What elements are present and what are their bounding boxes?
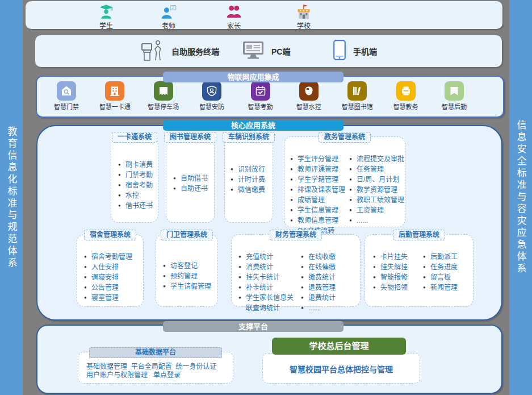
iot-banner: 物联网应用集成 <box>163 72 344 82</box>
system-finance: 财务管理系统 充值统计消费统计挂失卡统计补卡统计学生家长信息关联查询统计 在线收… <box>231 234 361 307</box>
list-item: 识别放行 <box>231 164 273 174</box>
pc-icon <box>242 40 265 62</box>
system-dormitory-title: 宿舍管理系统 <box>84 230 136 240</box>
iot-water: 智慧水控 <box>288 81 329 111</box>
terminal-kiosk: 自助服务终端 <box>141 40 219 63</box>
system-dormitory-list: 宿舍考勤管理入住安排调寝安排公告管理寝室管理 <box>84 252 143 303</box>
system-logistics-list-left: 卡片挂失挂失解挂智能报修失物招领 <box>373 252 420 293</box>
onecard-icon <box>105 81 124 101</box>
list-item: 挂失卡统计 <box>238 272 298 282</box>
list-item: 成绩管理 <box>290 195 346 205</box>
list-item: 流程提交及审批 <box>349 154 405 164</box>
list-item: ...... <box>349 215 405 226</box>
left-standards-strip: 教育信息化标准与规范体系 <box>0 0 23 395</box>
right-strip-label: 信息安全标准与容灾应急体系 <box>514 120 528 275</box>
phone-icon <box>333 39 346 63</box>
user-school: 学校 <box>281 4 326 30</box>
list-item: 宿舍考勤管理 <box>84 252 143 262</box>
school-admin-box: 智慧校园平台总体把控与管理 <box>262 353 420 384</box>
list-item: 智能报修 <box>373 272 420 282</box>
system-onecard-list: 刷卡消费门禁考勤宿舍考勤水控借书还书 <box>118 160 158 211</box>
user-teacher: 老师 <box>146 4 191 30</box>
list-item: 学生学籍管理 <box>290 174 346 185</box>
iot-onecard: 智慧一卡通 <box>94 81 135 111</box>
terminal-pc-label: PC端 <box>271 45 290 57</box>
kiosk-icon <box>141 39 165 64</box>
list-item: 预约管理 <box>163 271 217 281</box>
attendance-calendar-icon <box>251 81 270 101</box>
list-item: 教学资源管理 <box>349 185 405 195</box>
list-item: 卡片挂失 <box>373 252 420 262</box>
list-item: 后勤派工 <box>423 252 470 262</box>
system-gatekeeper: 门卫管理系统 访客登记预约管理学生请假管理 <box>156 234 218 307</box>
system-vehicle-title: 车辆识别系统 <box>223 132 275 143</box>
academic-affairs-icon <box>396 81 416 101</box>
list-item: 排课及课表管理 <box>290 185 346 195</box>
list-item: 任务管理 <box>349 164 405 174</box>
users-row: 学生 老师 <box>26 1 502 29</box>
iot-logistics: 智慧后勤 <box>434 81 475 111</box>
parents-icon <box>211 4 257 19</box>
list-item: 访客登记 <box>163 261 217 271</box>
iot-door-access: 智慧门禁 <box>46 81 87 111</box>
system-academic-title: 教务管理系统 <box>319 132 371 143</box>
system-dormitory: 宿舍管理系统 宿舍考勤管理入住安排调寝安排公告管理寝室管理 <box>77 234 144 307</box>
list-item: 教职工绩效管理 <box>349 195 405 205</box>
support-banner: 支撑平台 <box>163 321 344 332</box>
list-item: 退费管理 <box>301 282 352 293</box>
user-parents-label: 家长 <box>211 20 257 30</box>
list-item: 充值统计 <box>238 252 298 262</box>
list-item: 自助借书 <box>173 173 214 184</box>
support-platform-panel: 基础数据平台 基础数据管理 平台全局配置 统一身份认证 用户账户与权限管理 单点… <box>36 325 502 394</box>
list-item: 教师评课管理 <box>290 164 346 174</box>
system-gatekeeper-title: 门卫管理系统 <box>161 230 213 240</box>
list-item: 日/周、月计划 <box>349 174 405 185</box>
left-strip-label: 教育信息化标准与规范体系 <box>5 126 19 269</box>
list-item: 调寝安排 <box>84 272 143 282</box>
list-item: 宿舍考勤 <box>118 180 158 190</box>
user-school-label: 学校 <box>281 20 326 30</box>
list-item: 教师信息管理 <box>290 215 346 226</box>
system-vehicle: 车辆识别系统 识别放行计时计费微信缴费 <box>224 136 273 223</box>
student-icon <box>83 4 129 19</box>
system-academic-list-left: 学生评分管理教师评课管理学生学籍管理排课及课表管理成绩管理学生信息管理教师信息管… <box>290 154 346 236</box>
system-finance-list-right: 在线收缴在线催缴缴费统计退费管理退费统计...... <box>301 252 352 313</box>
list-item: 消费统计 <box>238 262 298 272</box>
terminal-mobile: 手机端 <box>333 40 377 63</box>
list-item: 工资管理 <box>349 205 405 215</box>
terminal-kiosk-label: 自助服务终端 <box>171 45 219 57</box>
list-item: 补卡统计 <box>238 282 298 293</box>
system-library-title: 图书管理系统 <box>164 132 216 143</box>
terminals-row: 自助服务终端 PC端 <box>35 35 502 67</box>
library-books-icon <box>347 81 367 101</box>
iot-security: 智慧安防 <box>191 81 232 111</box>
list-item: 寝室管理 <box>84 293 143 303</box>
system-academic: 教务管理系统 学生评分管理教师评课管理学生学籍管理排课及课表管理成绩管理学生信息… <box>284 136 405 227</box>
water-control-icon <box>299 81 319 101</box>
system-gatekeeper-list: 访客登记预约管理学生请假管理 <box>163 261 217 292</box>
logistics-flag-icon <box>445 81 464 101</box>
list-item: 入住安排 <box>84 262 143 272</box>
terminal-pc: PC端 <box>242 40 290 63</box>
iot-parking: 智慧停车场 <box>143 81 184 111</box>
user-teacher-label: 老师 <box>146 20 191 30</box>
list-item: 门禁考勤 <box>118 170 158 180</box>
list-item: 退费统计 <box>301 293 352 303</box>
system-finance-title: 财务管理系统 <box>270 230 322 240</box>
list-item: 留言板 <box>423 272 470 282</box>
list-item: 学生评分管理 <box>290 154 346 164</box>
teacher-icon <box>146 4 191 19</box>
iot-attendance: 智慧考勤 <box>240 81 281 111</box>
list-item: 在线收缴 <box>301 252 352 262</box>
parking-icon <box>154 81 173 101</box>
list-item: 失物招领 <box>373 282 420 293</box>
right-standards-strip: 信息安全标准与容灾应急体系 <box>509 0 532 395</box>
list-item: 水控 <box>118 190 158 201</box>
system-logistics: 后勤管理系统 卡片挂失挂失解挂智能报修失物招领 后勤派工任务进度留言板新闻管理 <box>365 234 474 307</box>
door-access-icon <box>57 81 76 101</box>
list-item: 微信缴费 <box>231 185 273 195</box>
base-platform-line-2: 用户账户与权限管理 单点登录 <box>78 371 233 380</box>
base-data-platform-title: 基础数据平台 <box>89 347 222 358</box>
list-item: 在线催缴 <box>301 262 352 272</box>
list-item: 刷卡消费 <box>118 160 158 170</box>
